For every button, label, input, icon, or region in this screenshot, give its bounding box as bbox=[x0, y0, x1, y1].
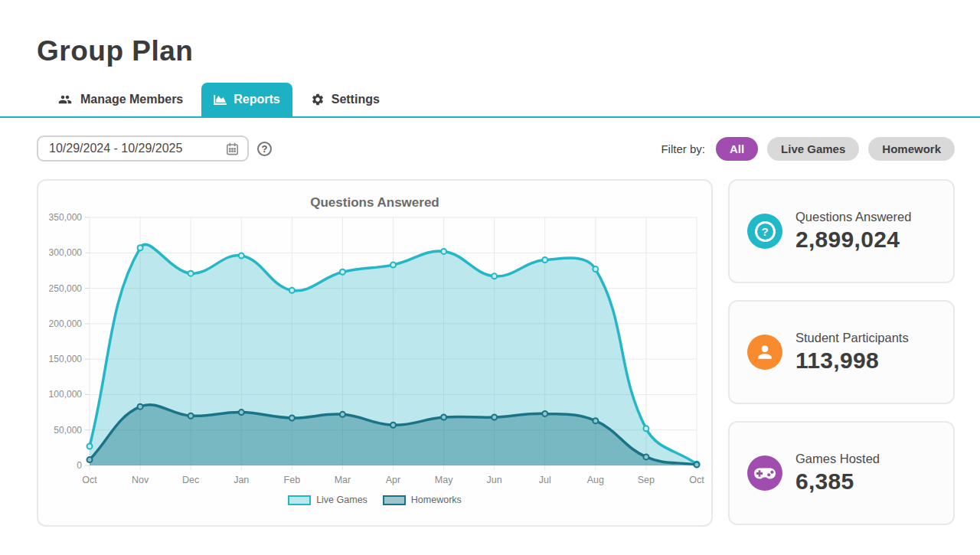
chart-legend: Live Games Homeworks bbox=[38, 495, 711, 505]
page-title: Group Plan bbox=[0, 0, 980, 67]
chart-card: Questions Answered 050,000100,000150,000… bbox=[37, 179, 713, 527]
tab-reports[interactable]: Reports bbox=[201, 83, 292, 116]
tab-label: Manage Members bbox=[80, 93, 183, 106]
stat-label: Questions Answered bbox=[795, 210, 911, 224]
svg-text:50,000: 50,000 bbox=[54, 425, 82, 436]
tab-manage-members[interactable]: Manage Members bbox=[44, 83, 195, 116]
tab-bar: Manage Members Reports Settings bbox=[0, 83, 980, 118]
svg-text:100,000: 100,000 bbox=[49, 389, 83, 400]
legend-swatch-live-games bbox=[288, 495, 311, 505]
calendar-icon[interactable] bbox=[225, 142, 240, 156]
area-chart-icon bbox=[214, 93, 227, 106]
legend-live-games[interactable]: Live Games bbox=[288, 495, 368, 505]
svg-text:Feb: Feb bbox=[284, 475, 301, 485]
question-circle-icon: ? bbox=[747, 214, 782, 249]
main-content: Questions Answered 050,000100,000150,000… bbox=[0, 179, 980, 527]
stat-label: Games Hosted bbox=[795, 452, 880, 466]
legend-homeworks[interactable]: Homeworks bbox=[383, 495, 462, 505]
svg-text:Nov: Nov bbox=[132, 475, 149, 485]
svg-text:Oct: Oct bbox=[689, 475, 704, 485]
page: Group Plan Manage Members Reports Settin… bbox=[0, 0, 980, 527]
stat-value: 113,998 bbox=[795, 348, 909, 374]
person-icon bbox=[747, 335, 782, 370]
tab-settings[interactable]: Settings bbox=[299, 83, 392, 116]
toolbar: 10/29/2024 - 10/29/2025 ? Filter by: All… bbox=[0, 135, 980, 162]
filter-homework-button[interactable]: Homework bbox=[868, 137, 955, 161]
svg-text:0: 0 bbox=[77, 460, 82, 471]
svg-text:Mar: Mar bbox=[335, 475, 351, 485]
tab-label: Reports bbox=[234, 93, 279, 106]
filter-all-button[interactable]: All bbox=[716, 137, 758, 161]
stat-card-games-hosted: Games Hosted 6,385 bbox=[728, 421, 955, 525]
svg-text:350,000: 350,000 bbox=[49, 212, 83, 223]
filter-live-games-button[interactable]: Live Games bbox=[767, 137, 859, 161]
svg-text:150,000: 150,000 bbox=[49, 354, 83, 364]
svg-text:Aug: Aug bbox=[587, 475, 604, 485]
svg-text:Jul: Jul bbox=[539, 475, 551, 485]
legend-swatch-homeworks bbox=[383, 495, 406, 505]
svg-text:May: May bbox=[435, 475, 453, 485]
stat-value: 2,899,024 bbox=[795, 227, 911, 253]
stat-label: Student Participants bbox=[795, 331, 909, 345]
svg-text:Apr: Apr bbox=[386, 475, 400, 485]
stat-value: 6,385 bbox=[795, 468, 880, 495]
svg-text:300,000: 300,000 bbox=[49, 247, 83, 258]
legend-label: Live Games bbox=[316, 495, 368, 505]
svg-text:200,000: 200,000 bbox=[49, 318, 83, 329]
stat-card-student-participants: Student Participants 113,998 bbox=[728, 300, 955, 404]
chart-title: Questions Answered bbox=[38, 195, 711, 211]
users-icon bbox=[57, 93, 74, 106]
svg-text:Oct: Oct bbox=[82, 475, 97, 485]
svg-text:250,000: 250,000 bbox=[49, 283, 83, 294]
gamepad-icon bbox=[747, 455, 782, 491]
questions-answered-chart: 050,000100,000150,000200,000250,000300,0… bbox=[38, 212, 713, 494]
gear-icon bbox=[311, 93, 325, 106]
filter-by-label: Filter by: bbox=[661, 142, 705, 155]
stat-card-questions-answered: ? Questions Answered 2,899,024 bbox=[728, 179, 955, 283]
date-range-input[interactable]: 10/29/2024 - 10/29/2025 bbox=[37, 135, 249, 162]
tab-label: Settings bbox=[332, 93, 380, 106]
svg-text:Jun: Jun bbox=[487, 475, 502, 485]
svg-text:Dec: Dec bbox=[182, 475, 199, 485]
stats-column: ? Questions Answered 2,899,024 Student P… bbox=[728, 179, 955, 527]
svg-text:Jan: Jan bbox=[234, 475, 249, 485]
svg-text:Sep: Sep bbox=[638, 475, 655, 485]
legend-label: Homeworks bbox=[411, 495, 462, 505]
help-icon[interactable]: ? bbox=[257, 142, 272, 156]
date-range-value: 10/29/2024 - 10/29/2025 bbox=[49, 142, 182, 155]
